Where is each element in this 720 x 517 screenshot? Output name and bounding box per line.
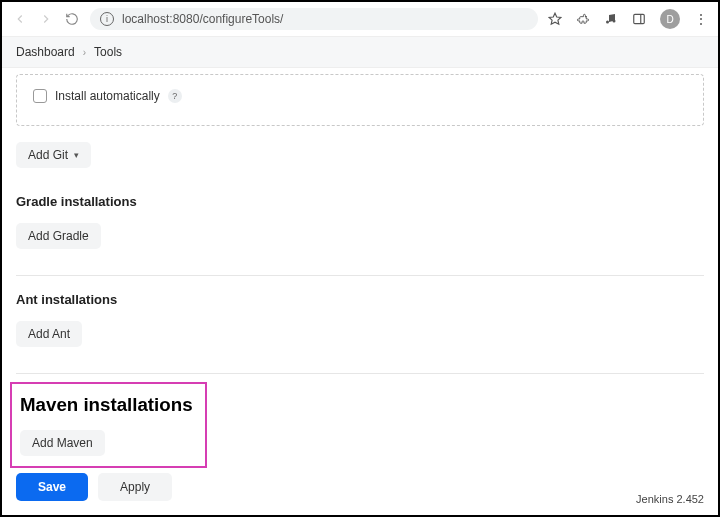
apply-button[interactable]: Apply	[98, 473, 172, 501]
gradle-heading: Gradle installations	[16, 194, 704, 209]
install-auto-row: Install automatically ?	[31, 89, 689, 103]
chevron-down-icon: ▾	[74, 150, 79, 160]
add-gradle-label: Add Gradle	[28, 229, 89, 243]
add-maven-label: Add Maven	[32, 436, 93, 450]
ant-section: Ant installations Add Ant	[16, 292, 704, 347]
ant-heading: Ant installations	[16, 292, 704, 307]
chevron-right-icon: ›	[83, 47, 86, 58]
add-gradle-button[interactable]: Add Gradle	[16, 223, 101, 249]
forward-button[interactable]	[38, 11, 54, 27]
toolbar-right: D ⋮	[548, 9, 708, 29]
profile-avatar[interactable]: D	[660, 9, 680, 29]
add-maven-button[interactable]: Add Maven	[20, 430, 105, 456]
maven-heading: Maven installations	[20, 394, 193, 416]
divider	[16, 275, 704, 276]
install-auto-label: Install automatically	[55, 89, 160, 103]
svg-marker-0	[549, 13, 561, 24]
breadcrumb-tools[interactable]: Tools	[94, 45, 122, 59]
svg-rect-2	[634, 14, 645, 23]
git-install-panel: Install automatically ?	[16, 74, 704, 126]
url-bar[interactable]: i localhost:8080/configureTools/	[90, 8, 538, 30]
install-auto-checkbox[interactable]	[33, 89, 47, 103]
reload-button[interactable]	[64, 11, 80, 27]
add-git-label: Add Git	[28, 148, 68, 162]
music-icon[interactable]	[604, 12, 618, 26]
add-ant-button[interactable]: Add Ant	[16, 321, 82, 347]
profile-initial: D	[666, 14, 673, 25]
save-button[interactable]: Save	[16, 473, 88, 501]
gradle-section: Gradle installations Add Gradle	[16, 194, 704, 249]
divider	[16, 373, 704, 374]
save-label: Save	[38, 480, 66, 494]
svg-point-1	[613, 20, 616, 23]
add-ant-label: Add Ant	[28, 327, 70, 341]
extensions-icon[interactable]	[576, 12, 590, 26]
main-content: Install automatically ? Add Git ▾ Gradle…	[2, 68, 718, 468]
help-icon[interactable]: ?	[168, 89, 182, 103]
apply-label: Apply	[120, 480, 150, 494]
breadcrumb: Dashboard › Tools	[2, 37, 718, 68]
bookmark-star-icon[interactable]	[548, 12, 562, 26]
footer-actions: Save Apply	[16, 473, 172, 501]
jenkins-version: Jenkins 2.452	[636, 493, 704, 505]
maven-section-highlight: Maven installations Add Maven	[10, 382, 207, 468]
kebab-menu-icon[interactable]: ⋮	[694, 11, 708, 27]
add-git-button[interactable]: Add Git ▾	[16, 142, 91, 168]
back-button[interactable]	[12, 11, 28, 27]
url-text: localhost:8080/configureTools/	[122, 12, 283, 26]
breadcrumb-dashboard[interactable]: Dashboard	[16, 45, 75, 59]
site-info-icon[interactable]: i	[100, 12, 114, 26]
panel-icon[interactable]	[632, 12, 646, 26]
browser-toolbar: i localhost:8080/configureTools/ D ⋮	[2, 2, 718, 37]
